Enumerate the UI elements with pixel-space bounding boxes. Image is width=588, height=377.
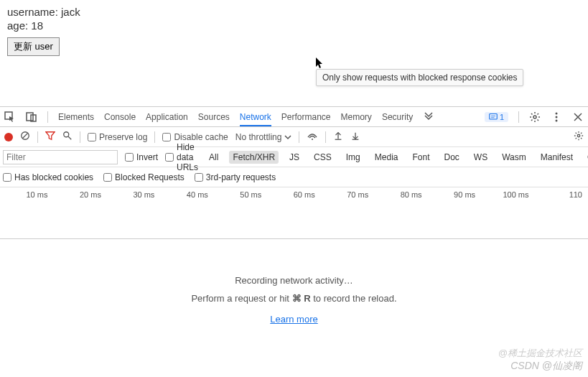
type-img[interactable]: Img — [342, 151, 364, 164]
type-font[interactable]: Font — [409, 151, 433, 164]
close-icon[interactable] — [572, 111, 584, 123]
divider — [325, 131, 326, 143]
timeline-tick: 110 — [535, 190, 588, 199]
watermark: CSDN @仙凌阁 — [510, 360, 582, 373]
timeline-tick: 40 ms — [160, 190, 213, 199]
tab-application[interactable]: Application — [146, 108, 188, 126]
gear-icon[interactable] — [574, 131, 584, 143]
divider — [299, 131, 299, 143]
svg-line-11 — [23, 134, 28, 139]
search-icon[interactable] — [62, 131, 73, 143]
age-text: age: 18 — [7, 19, 581, 32]
svg-point-7 — [556, 112, 558, 114]
hide-data-urls-checkbox[interactable]: Hide data URLs — [165, 142, 198, 172]
filter-bar: Invert Hide data URLs All Fetch/XHR JS C… — [0, 147, 588, 167]
more-tabs-icon[interactable] — [423, 111, 434, 123]
divider — [518, 111, 519, 123]
type-js[interactable]: JS — [286, 151, 303, 164]
type-doc[interactable]: Doc — [440, 151, 462, 164]
divider — [154, 131, 155, 143]
divider — [37, 131, 38, 143]
timeline-tick: 20 ms — [53, 190, 106, 199]
tab-performance[interactable]: Performance — [281, 108, 331, 126]
blocked-cookies-checkbox[interactable]: Has blocked cookies — [3, 172, 93, 182]
kebab-icon[interactable] — [551, 111, 562, 123]
clear-icon[interactable] — [20, 131, 30, 143]
timeline-labels: 10 ms 20 ms 30 ms 40 ms 50 ms 60 ms 70 m… — [0, 187, 588, 199]
tab-console[interactable]: Console — [104, 108, 136, 126]
timeline[interactable]: 10 ms 20 ms 30 ms 40 ms 50 ms 60 ms 70 m… — [0, 187, 588, 239]
device-toggle-icon[interactable] — [26, 111, 37, 123]
devtools-tabbar: Elements Console Application Sources Net… — [0, 107, 588, 127]
empty-state: Recording network activity… Perform a re… — [0, 239, 588, 360]
type-manifest[interactable]: Manifest — [537, 151, 577, 164]
type-other[interactable]: Other — [584, 151, 588, 164]
timeline-tick: 10 ms — [0, 190, 53, 199]
type-css[interactable]: CSS — [310, 151, 335, 164]
svg-point-12 — [64, 132, 69, 137]
type-fetch-xhr[interactable]: Fetch/XHR — [229, 151, 279, 164]
import-har-icon[interactable] — [333, 131, 343, 143]
recording-text: Recording network activity… — [0, 275, 588, 286]
third-party-checkbox[interactable]: 3rd-party requests — [195, 172, 276, 182]
svg-point-6 — [533, 116, 536, 118]
tab-elements[interactable]: Elements — [58, 108, 94, 126]
svg-rect-3 — [490, 113, 498, 119]
timeline-tick: 90 ms — [428, 190, 481, 199]
tooltip: Only show requests with blocked response… — [316, 69, 523, 86]
message-count-badge[interactable]: 1 — [485, 112, 508, 122]
tab-security[interactable]: Security — [382, 108, 413, 126]
disable-cache-checkbox[interactable]: Disable cache — [162, 132, 228, 142]
tab-network[interactable]: Network — [240, 108, 271, 126]
timeline-tick: 80 ms — [374, 190, 427, 199]
timeline-tick: 100 ms — [481, 190, 534, 199]
type-wasm[interactable]: Wasm — [498, 151, 530, 164]
divider — [80, 131, 80, 143]
hint-text: Perform a request or hit ⌘ R to record t… — [0, 293, 588, 304]
preserve-log-checkbox[interactable]: Preserve log — [88, 132, 147, 142]
tab-sources[interactable]: Sources — [198, 108, 230, 126]
timeline-tick: 50 ms — [214, 190, 267, 199]
filter-bar-2: Has blocked cookies Blocked Requests 3rd… — [0, 167, 588, 187]
timeline-tick: 70 ms — [321, 190, 374, 199]
learn-more-link[interactable]: Learn more — [270, 314, 317, 325]
record-button[interactable] — [4, 133, 13, 141]
invert-checkbox[interactable]: Invert — [125, 152, 158, 162]
svg-rect-1 — [27, 113, 33, 121]
svg-point-19 — [577, 134, 580, 137]
svg-line-13 — [68, 136, 71, 139]
blocked-requests-checkbox[interactable]: Blocked Requests — [103, 172, 185, 182]
timeline-tick: 30 ms — [107, 190, 160, 199]
type-media[interactable]: Media — [371, 151, 402, 164]
throttling-select[interactable]: No throttling — [235, 132, 292, 142]
type-all[interactable]: All — [205, 151, 222, 164]
gear-icon[interactable] — [529, 111, 541, 123]
svg-point-9 — [556, 119, 558, 121]
filter-icon[interactable] — [45, 131, 55, 143]
divider — [47, 111, 48, 123]
devtools-panel: Elements Console Application Sources Net… — [0, 106, 588, 360]
tab-memory[interactable]: Memory — [341, 108, 372, 126]
inspect-icon[interactable] — [4, 111, 16, 123]
svg-point-14 — [312, 139, 313, 140]
export-har-icon[interactable] — [350, 131, 360, 143]
timeline-tick: 60 ms — [267, 190, 320, 199]
username-text: username: jack — [7, 6, 581, 18]
type-ws[interactable]: WS — [470, 151, 491, 164]
message-count: 1 — [500, 113, 504, 121]
network-conditions-icon[interactable] — [307, 130, 318, 144]
filter-input[interactable] — [3, 150, 118, 164]
svg-point-8 — [556, 116, 558, 118]
update-user-button[interactable]: 更新 user — [7, 37, 60, 56]
network-toolbar: Preserve log Disable cache No throttling — [0, 127, 588, 147]
